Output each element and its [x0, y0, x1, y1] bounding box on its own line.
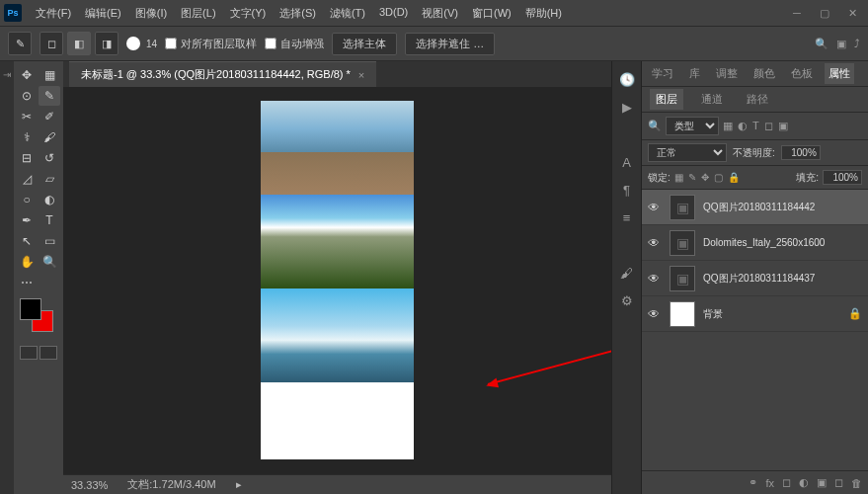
blur-tool[interactable]: ○ — [16, 190, 38, 209]
visibility-icon[interactable]: 👁 — [648, 307, 662, 321]
layer-row[interactable]: 👁 ▣ Dolomites_Italy_2560x1600 — [642, 225, 868, 261]
link-layers-icon[interactable]: ⚭ — [749, 476, 757, 489]
search-icon[interactable]: 🔍 — [815, 38, 829, 50]
lock-artboard-icon[interactable]: ▢ — [714, 172, 723, 183]
lock-pixels-icon[interactable]: ▦ — [674, 172, 683, 183]
menu-layer[interactable]: 图层(L) — [175, 2, 221, 25]
menu-filter[interactable]: 滤镜(T) — [324, 2, 371, 25]
menu-file[interactable]: 文件(F) — [30, 2, 77, 25]
sample-all-layers-checkbox[interactable]: 对所有图层取样 — [165, 37, 257, 51]
stamp-tool[interactable]: ⊟ — [16, 148, 38, 168]
blend-mode-select[interactable]: 正常 — [648, 143, 727, 162]
menu-edit[interactable]: 编辑(E) — [79, 2, 127, 25]
zoom-tool[interactable]: 🔍 — [39, 252, 60, 272]
menu-select[interactable]: 选择(S) — [274, 2, 322, 25]
tool-preset-picker[interactable]: ✎ — [8, 32, 32, 55]
layer-fx-icon[interactable]: fx — [765, 477, 774, 489]
hand-tool[interactable]: ✋ — [16, 252, 38, 272]
paragraph-panel-icon[interactable]: ¶ — [617, 180, 637, 200]
filter-shape-icon[interactable]: ◻ — [764, 120, 773, 132]
select-and-mask-button[interactable]: 选择并遮住 … — [405, 33, 495, 55]
tab-swatches[interactable]: 色板 — [787, 63, 817, 84]
move-tool[interactable]: ✥ — [16, 65, 38, 85]
subtract-selection-button[interactable]: ◨ — [95, 32, 118, 55]
brush-size-value[interactable]: 14 — [146, 39, 157, 49]
canvas-viewport[interactable] — [63, 87, 611, 474]
layer-mask-icon[interactable]: ◻ — [782, 476, 791, 489]
dodge-tool[interactable]: ◐ — [39, 190, 60, 209]
brush-preview-icon[interactable] — [126, 37, 140, 50]
canvas[interactable] — [261, 101, 414, 459]
status-arrow-icon[interactable]: ▸ — [236, 478, 242, 491]
sample-all-layers-input[interactable] — [165, 38, 177, 49]
filter-adjust-icon[interactable]: ◐ — [738, 120, 748, 132]
layer-thumbnail[interactable] — [670, 301, 695, 327]
fill-input[interactable] — [823, 170, 862, 185]
tab-learn[interactable]: 学习 — [648, 63, 677, 84]
filter-pixel-icon[interactable]: ▦ — [723, 120, 733, 132]
pen-tool[interactable]: ✒ — [16, 210, 38, 230]
character-panel-icon[interactable]: A — [617, 152, 637, 172]
gradient-tool[interactable]: ▱ — [39, 169, 60, 189]
tab-adjust[interactable]: 调整 — [712, 63, 742, 84]
filter-smart-icon[interactable]: ▣ — [778, 120, 788, 132]
lock-position-icon[interactable]: ✥ — [701, 172, 709, 183]
layer-thumbnail[interactable]: ▣ — [670, 266, 695, 291]
path-select-tool[interactable]: ↖ — [16, 231, 38, 251]
add-selection-button[interactable]: ◧ — [67, 32, 91, 55]
menu-3d[interactable]: 3D(D) — [373, 2, 414, 25]
quick-select-tool[interactable]: ✎ — [39, 86, 60, 106]
filter-type-select[interactable]: 类型 — [666, 117, 719, 135]
visibility-icon[interactable]: 👁 — [648, 272, 662, 286]
eyedropper-tool[interactable]: ✐ — [39, 107, 60, 126]
tab-layers[interactable]: 图层 — [650, 89, 683, 110]
menu-window[interactable]: 窗口(W) — [466, 2, 517, 25]
visibility-icon[interactable]: 👁 — [648, 236, 662, 250]
artboard-tool[interactable]: ▦ — [39, 65, 60, 85]
lasso-tool[interactable]: ⊙ — [16, 86, 38, 106]
brushes-panel-icon[interactable]: 🖌 — [617, 263, 637, 283]
auto-enhance-input[interactable] — [265, 38, 276, 49]
opacity-input[interactable] — [781, 145, 821, 160]
actions-panel-icon[interactable]: ▶ — [617, 97, 637, 117]
lock-all-icon[interactable]: 🔒 — [728, 172, 740, 183]
delete-layer-icon[interactable]: 🗑 — [851, 477, 862, 489]
quickmask-button[interactable] — [20, 346, 38, 360]
new-layer-icon[interactable]: ◻ — [834, 476, 843, 489]
tab-properties[interactable]: 属性 — [825, 63, 854, 84]
tab-paths[interactable]: 路径 — [741, 89, 774, 110]
edit-toolbar[interactable]: ⋯ — [16, 273, 38, 292]
brush-tool[interactable]: 🖌 — [39, 127, 60, 147]
tab-library[interactable]: 库 — [685, 63, 704, 84]
lock-icon[interactable]: 🔒 — [848, 307, 862, 320]
menu-image[interactable]: 图像(I) — [129, 2, 173, 25]
document-info[interactable]: 文档:1.72M/3.40M — [127, 477, 215, 492]
layer-row[interactable]: 👁 ▣ QQ图片20180311184437 — [642, 261, 868, 296]
layer-name[interactable]: QQ图片20180311184442 — [703, 201, 862, 214]
crop-tool[interactable]: ✂ — [16, 107, 38, 126]
workspace-icon[interactable]: ▣ — [836, 38, 846, 50]
new-group-icon[interactable]: ▣ — [817, 476, 827, 489]
heal-tool[interactable]: ⚕ — [16, 127, 38, 147]
layer-thumbnail[interactable]: ▣ — [670, 195, 695, 220]
screenmode-button[interactable] — [39, 346, 57, 360]
close-button[interactable]: ✕ — [840, 5, 864, 21]
history-brush-tool[interactable]: ↺ — [39, 148, 60, 168]
close-tab-icon[interactable]: × — [358, 69, 364, 81]
shape-tool[interactable]: ▭ — [39, 231, 60, 251]
layer-name[interactable]: 背景 — [703, 307, 840, 321]
layer-name[interactable]: QQ图片20180311184437 — [703, 272, 862, 286]
layer-row[interactable]: 👁 背景 🔒 — [642, 296, 868, 332]
lock-brush-icon[interactable]: ✎ — [688, 172, 696, 183]
auto-enhance-checkbox[interactable]: 自动增强 — [265, 37, 324, 51]
toolbox-collapse[interactable]: ⇥ — [0, 61, 14, 494]
brushsettings-panel-icon[interactable]: ⚙ — [617, 290, 637, 310]
tab-color[interactable]: 颜色 — [750, 63, 779, 84]
menu-view[interactable]: 视图(V) — [416, 2, 464, 25]
minimize-button[interactable]: ─ — [785, 5, 809, 21]
visibility-icon[interactable]: 👁 — [648, 201, 662, 214]
foreground-color-swatch[interactable] — [20, 298, 41, 320]
menu-type[interactable]: 文字(Y) — [224, 2, 273, 25]
color-swatches[interactable] — [20, 298, 59, 338]
maximize-button[interactable]: ▢ — [813, 5, 836, 21]
